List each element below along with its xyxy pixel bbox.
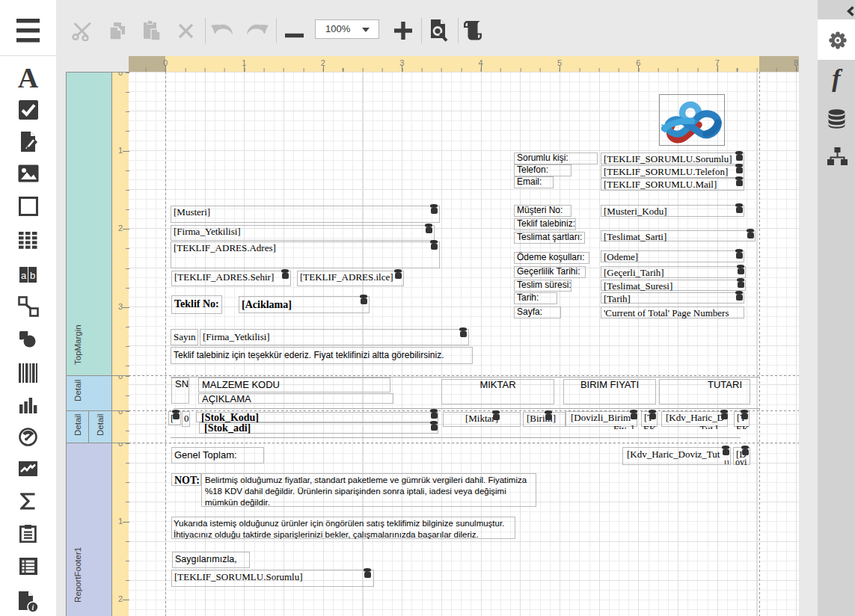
svg-text:i: i bbox=[31, 603, 34, 612]
svg-text:a: a bbox=[21, 270, 27, 281]
svg-text:b: b bbox=[30, 270, 35, 281]
